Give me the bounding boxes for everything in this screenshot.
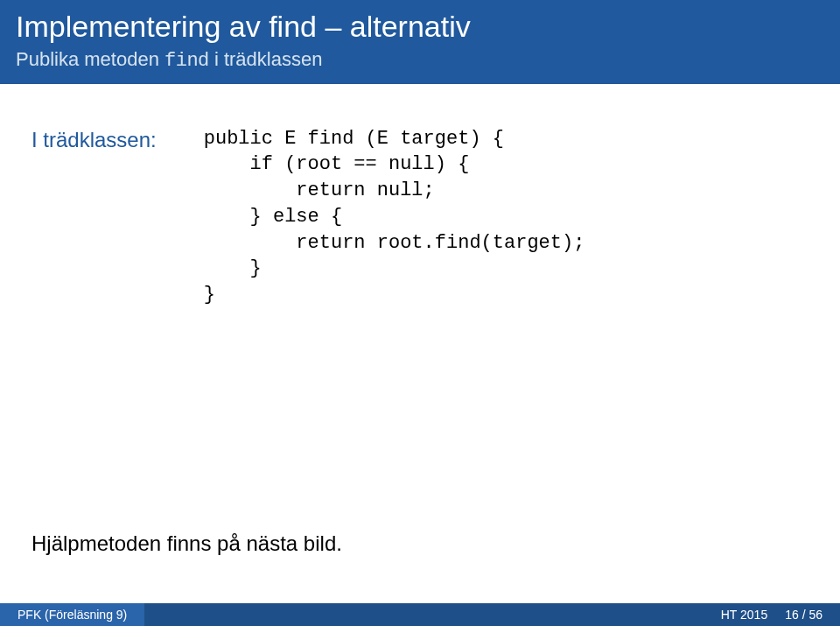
footer-right: HT 2015 16 / 56	[704, 603, 840, 626]
code-block: public E find (E target) { if (root == n…	[204, 126, 585, 308]
slide-header: Implementering av find – alternativ Publ…	[0, 0, 840, 84]
slide-subtitle: Publika metoden find i trädklassen	[16, 48, 824, 72]
slide-content: I trädklassen: public E find (E target) …	[0, 84, 840, 603]
context-label: I trädklassen:	[32, 126, 157, 152]
subtitle-text-post: i trädklassen	[209, 48, 323, 70]
footer-page: 16 / 56	[785, 608, 822, 622]
footer-left: PFK (Föreläsning 9)	[0, 603, 144, 626]
code-row: I trädklassen: public E find (E target) …	[32, 126, 808, 308]
footer-mid	[144, 603, 703, 626]
footer-term: HT 2015	[721, 608, 767, 622]
subtitle-text-pre: Publika metoden	[16, 48, 164, 70]
slide-title: Implementering av find – alternativ	[16, 9, 824, 45]
helper-note: Hjälpmetoden finns på nästa bild.	[32, 531, 342, 556]
subtitle-code: find	[164, 50, 209, 72]
slide-footer: PFK (Föreläsning 9) HT 2015 16 / 56	[0, 603, 840, 626]
